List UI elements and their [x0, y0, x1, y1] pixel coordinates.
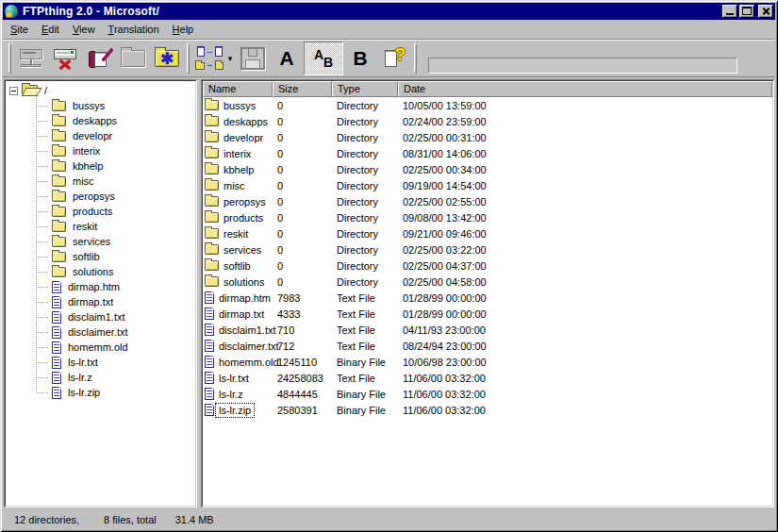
menu-item[interactable]: Translation — [102, 21, 166, 38]
file-row[interactable]: kbhelp 0 Directory 02/25/00 00:34:00 — [203, 161, 772, 177]
file-row[interactable]: softlib 0 Directory 02/25/00 04:37:00 — [203, 258, 772, 274]
tree-item[interactable]: kbhelp — [8, 158, 195, 174]
close-button[interactable] — [758, 5, 773, 18]
toolbar-gripper[interactable] — [8, 43, 11, 74]
disconnect-button[interactable] — [48, 42, 82, 75]
file-row-icon — [205, 148, 219, 158]
file-row[interactable]: disclaim1.txt 710 Text File 04/11/93 23:… — [203, 322, 772, 338]
new-folder-button[interactable]: ✱ — [150, 42, 184, 75]
file-row[interactable]: reskit 0 Directory 09/21/00 09:46:00 — [203, 225, 772, 241]
file-size: 0 — [273, 228, 332, 240]
tree-item[interactable]: dirmap.htm — [8, 279, 195, 294]
binary-mode-label: B — [353, 48, 367, 68]
file-row[interactable]: misc 0 Directory 09/19/00 14:54:00 — [203, 177, 772, 193]
menu-item[interactable]: Help — [166, 21, 201, 38]
file-row[interactable]: services 0 Directory 02/25/00 03:22:00 — [203, 241, 772, 258]
tree-item[interactable]: bussys — [8, 98, 195, 113]
tree-item[interactable]: dirmap.txt — [8, 294, 195, 309]
tree-item-label: misc — [70, 175, 97, 188]
file-size: 4333 — [273, 308, 332, 320]
toolbar-gripper-2[interactable] — [414, 43, 417, 74]
tree-item[interactable]: peropsys — [8, 189, 195, 204]
connect-button[interactable] — [14, 42, 48, 75]
binary-mode-button[interactable]: B — [343, 42, 377, 75]
tree-item-icon — [52, 161, 66, 172]
file-row[interactable]: solutions 0 Directory 02/25/00 04:58:00 — [203, 274, 772, 290]
tree-item-label: products — [70, 205, 115, 218]
tree-item[interactable]: misc — [8, 174, 195, 189]
maximize-button[interactable] — [739, 5, 754, 18]
list-rows: bussys 0 Directory 10/05/00 13:59:00 des… — [203, 97, 772, 506]
file-type: Text File — [332, 341, 398, 352]
tree-item[interactable]: deskapps — [8, 113, 195, 128]
file-row[interactable]: dirmap.htm 7983 Text File 01/28/99 00:00… — [203, 290, 772, 306]
file-row[interactable]: products 0 Directory 09/08/00 13:42:00 — [203, 209, 772, 225]
menu-item[interactable]: Edit — [35, 21, 66, 38]
auto-mode-button[interactable]: AB — [304, 42, 343, 75]
minimize-button[interactable] — [722, 5, 737, 18]
column-header[interactable]: Type — [332, 81, 398, 97]
tree-item[interactable]: ls-lr.zip — [8, 385, 195, 400]
tree-item[interactable]: solutions — [8, 264, 195, 279]
tree-item-icon — [52, 131, 66, 141]
file-row[interactable]: ls-lr.txt 24258083 Text File 11/06/00 03… — [203, 370, 772, 386]
file-row[interactable]: bussys 0 Directory 10/05/00 13:59:00 — [203, 97, 772, 113]
file-row[interactable]: ls-lr.zip 2580391 Binary File 11/06/00 0… — [203, 402, 772, 418]
column-header[interactable]: Date — [398, 81, 772, 97]
menu-bar: Site Edit View Translation Help — [3, 20, 775, 39]
column-header[interactable]: Size — [273, 81, 332, 97]
tree-item[interactable]: products — [8, 204, 195, 219]
tree-item[interactable]: softlib — [8, 249, 195, 264]
site-manager-button[interactable] — [82, 42, 116, 75]
folder-asterisk-icon: ✱ — [155, 50, 179, 67]
open-folder-button[interactable] — [116, 42, 150, 75]
app-icon — [5, 5, 18, 18]
file-row[interactable]: disclaimer.txt 712 Text File 08/24/94 23… — [203, 338, 772, 354]
file-row[interactable]: ls-lr.z 4844445 Binary File 11/06/00 03:… — [203, 386, 772, 402]
tree-item-label: disclaimer.txt — [65, 325, 131, 339]
file-row[interactable]: peropsys 0 Directory 02/25/00 02:55:00 — [203, 193, 772, 209]
file-date: 09/08/00 13:42:00 — [398, 212, 772, 224]
tree-item-icon — [52, 222, 66, 232]
tree-item[interactable]: ls-lr.txt — [8, 355, 195, 370]
tree-item[interactable]: homemm.old — [8, 340, 195, 355]
file-size: 0 — [273, 132, 332, 143]
tree-item-label: dirmap.htm — [65, 280, 123, 293]
transfer-button[interactable]: → → — [192, 42, 226, 75]
column-header[interactable]: Name — [203, 81, 273, 97]
file-size: 24258083 — [273, 373, 332, 384]
address-book-pen-icon — [86, 46, 112, 71]
tree-item-icon — [52, 237, 66, 247]
tree-item[interactable]: disclaim1.txt — [8, 309, 195, 324]
menu-item[interactable]: View — [66, 21, 102, 38]
file-date: 08/24/94 23:00:00 — [398, 341, 772, 352]
tree-item-label: kbhelp — [70, 159, 106, 173]
file-row-icon — [205, 212, 219, 223]
file-row[interactable]: homemm.old 1245110 Binary File 10/06/98 … — [203, 354, 772, 370]
tree-item[interactable]: developr — [8, 128, 195, 143]
document-question-icon: ? — [382, 46, 406, 71]
file-row[interactable]: dirmap.txt 4333 Text File 01/28/99 00:00… — [203, 306, 772, 322]
list-header: Name Size Type Date — [203, 81, 772, 97]
file-date: 02/25/00 04:37:00 — [398, 260, 772, 272]
file-row[interactable]: developr 0 Directory 02/25/00 00:31:00 — [203, 129, 772, 145]
file-size: 0 — [273, 116, 332, 127]
help-button[interactable]: ? — [377, 42, 411, 75]
file-row[interactable]: interix 0 Directory 08/31/00 14:06:00 — [203, 145, 772, 161]
tree-item[interactable]: services — [8, 234, 195, 249]
tree-item[interactable]: disclaimer.txt — [8, 324, 195, 340]
collapse-icon[interactable] — [9, 87, 18, 95]
maximize-icon — [742, 7, 752, 15]
ascii-mode-button[interactable]: A — [270, 42, 304, 75]
file-type: Binary File — [332, 357, 398, 368]
tree-item[interactable]: ls-lr.z — [8, 370, 195, 385]
file-date: 08/31/00 14:06:00 — [398, 148, 772, 159]
tree-item-icon — [52, 191, 66, 202]
tree-item[interactable]: interix — [8, 143, 195, 158]
menu-item[interactable]: Site — [4, 21, 35, 38]
tree-item[interactable]: reskit — [8, 219, 195, 234]
file-row[interactable]: deskapps 0 Directory 02/24/00 23:59:00 — [203, 113, 772, 129]
save-button[interactable] — [236, 42, 270, 75]
toolbar-text-field[interactable] — [428, 58, 737, 74]
transfer-dropdown-arrow-icon[interactable]: ▾ — [226, 54, 234, 63]
